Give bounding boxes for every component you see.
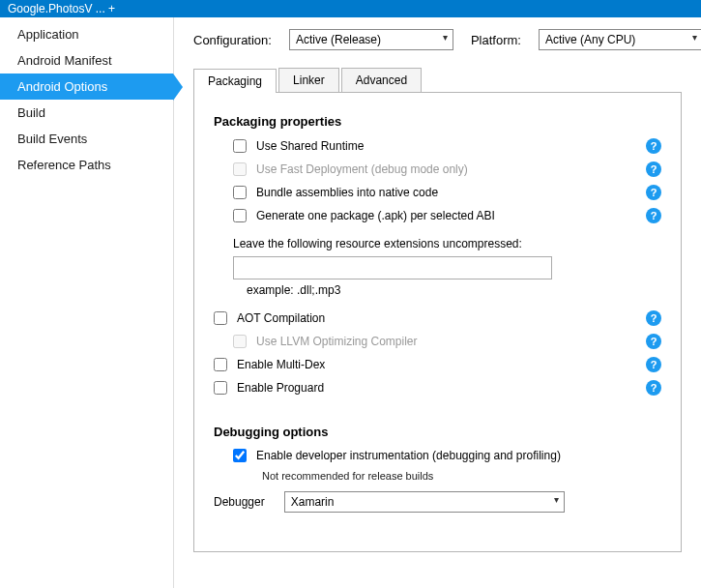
row-bundle-native: Bundle assemblies into native code ? <box>233 185 661 200</box>
dev-instr-note: Not recommended for release builds <box>262 470 661 482</box>
help-icon[interactable]: ? <box>646 185 661 200</box>
lbl-llvm: Use LLVM Optimizing Compiler <box>256 335 418 348</box>
configuration-select[interactable]: Active (Release) <box>289 29 453 50</box>
row-multidex: Enable Multi-Dex ? <box>214 357 661 372</box>
help-icon[interactable]: ? <box>646 138 661 154</box>
config-row: Configuration: Active (Release) Platform… <box>193 29 682 50</box>
row-shared-runtime: Use Shared Runtime ? <box>233 138 661 154</box>
packaging-panel: Packaging properties Use Shared Runtime … <box>193 93 682 552</box>
tab-packaging[interactable]: Packaging <box>193 69 277 93</box>
configuration-label: Configuration: <box>193 33 272 47</box>
help-icon[interactable]: ? <box>646 380 661 396</box>
row-one-package-abi: Generate one package (.apk) per selected… <box>233 208 661 223</box>
root: Application Android Manifest Android Opt… <box>0 17 701 588</box>
lbl-dev-instrumentation: Enable developer instrumentation (debugg… <box>256 449 561 462</box>
platform-label: Platform: <box>471 33 521 47</box>
tab-linker[interactable]: Linker <box>278 68 339 92</box>
chk-bundle-native[interactable] <box>233 186 247 199</box>
chk-proguard[interactable] <box>214 381 227 395</box>
lbl-aot: AOT Compilation <box>237 311 325 325</box>
chk-aot[interactable] <box>214 311 227 325</box>
chk-shared-runtime[interactable] <box>233 139 247 153</box>
help-icon[interactable]: ? <box>646 162 661 177</box>
platform-select[interactable]: Active (Any CPU) <box>539 29 701 50</box>
packaging-properties-title: Packaging properties <box>214 114 661 129</box>
debugger-select[interactable]: Xamarin <box>284 491 565 513</box>
main-panel: Configuration: Active (Release) Platform… <box>174 17 701 588</box>
tabs: Packaging Linker Advanced <box>193 68 682 93</box>
help-icon[interactable]: ? <box>646 334 661 349</box>
sidebar-item-application[interactable]: Application <box>0 21 173 47</box>
uncompressed-example: example: .dll;.mp3 <box>247 283 661 297</box>
sidebar-item-build[interactable]: Build <box>0 100 173 126</box>
lbl-fast-deployment: Use Fast Deployment (debug mode only) <box>256 162 468 176</box>
row-fast-deployment: Use Fast Deployment (debug mode only) ? <box>233 162 661 177</box>
help-icon[interactable]: ? <box>646 208 661 223</box>
lbl-proguard: Enable Proguard <box>237 381 324 395</box>
sidebar-item-build-events[interactable]: Build Events <box>0 126 173 152</box>
help-icon[interactable]: ? <box>646 310 661 326</box>
uncompressed-input[interactable] <box>233 256 552 279</box>
lbl-shared-runtime: Use Shared Runtime <box>256 139 364 153</box>
sidebar: Application Android Manifest Android Opt… <box>0 17 174 588</box>
chk-llvm <box>233 335 247 348</box>
uncompressed-label: Leave the following resource extensions … <box>233 237 661 250</box>
debugger-label: Debugger <box>214 495 265 509</box>
debugging-options-title: Debugging options <box>214 425 661 439</box>
lbl-one-package-abi: Generate one package (.apk) per selected… <box>256 209 495 222</box>
help-icon[interactable]: ? <box>646 357 661 372</box>
debugger-row: Debugger Xamarin <box>214 491 661 513</box>
tab-advanced[interactable]: Advanced <box>341 68 422 92</box>
sidebar-item-android-options[interactable]: Android Options <box>0 74 173 100</box>
window-title: Google.PhotosV ... + <box>8 2 115 15</box>
chk-one-package-abi[interactable] <box>233 209 247 222</box>
row-dev-instrumentation: Enable developer instrumentation (debugg… <box>233 449 661 462</box>
row-aot: AOT Compilation ? <box>214 310 661 326</box>
sidebar-item-reference-paths[interactable]: Reference Paths <box>0 152 173 178</box>
sidebar-item-android-manifest[interactable]: Android Manifest <box>0 47 173 74</box>
row-llvm: Use LLVM Optimizing Compiler ? <box>233 334 661 349</box>
lbl-bundle-native: Bundle assemblies into native code <box>256 186 438 199</box>
row-proguard: Enable Proguard ? <box>214 380 661 396</box>
window-title-bar: Google.PhotosV ... + <box>0 0 701 17</box>
chk-fast-deployment <box>233 162 247 176</box>
lbl-multidex: Enable Multi-Dex <box>237 358 325 371</box>
chk-dev-instrumentation[interactable] <box>233 449 247 462</box>
chk-multidex[interactable] <box>214 358 227 371</box>
